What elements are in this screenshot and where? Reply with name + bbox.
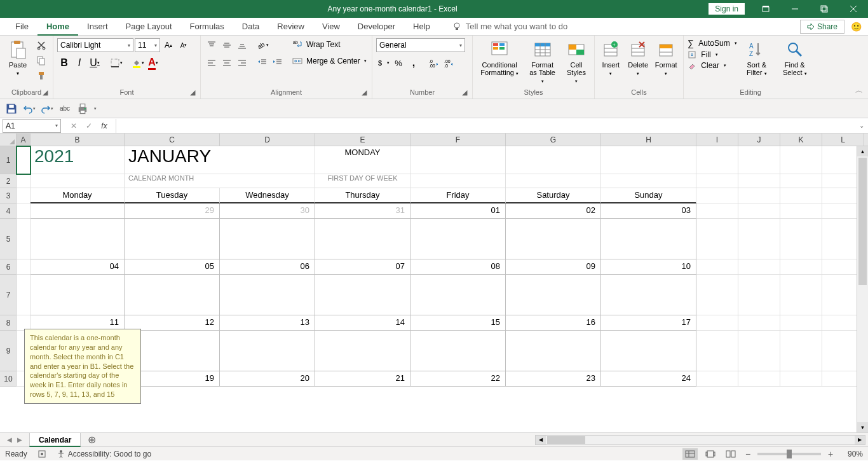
cell[interactable] [315,331,410,371]
col-header-J[interactable]: J [738,134,780,146]
ribbon-display-options-button[interactable] [751,0,780,18]
merge-center-button[interactable]: Merge & Center ▾ [291,55,368,67]
hscroll-left-button[interactable]: ◀ [536,436,546,444]
clipboard-dialog-launcher[interactable]: ◢ [41,88,49,96]
cell[interactable]: 03 [601,203,696,219]
insert-function-button[interactable]: fx [98,120,111,132]
accessibility-status[interactable]: Accessibility: Good to go [57,450,151,458]
name-box[interactable]: A1▾ [3,119,61,133]
cell[interactable] [780,174,822,188]
align-left-button[interactable] [205,56,219,70]
col-header-G[interactable]: G [506,134,601,146]
tab-file[interactable]: File [6,18,37,36]
row-header-7[interactable]: 7 [0,275,17,315]
increase-indent-button[interactable] [271,56,285,70]
align-bottom-button[interactable] [235,38,249,52]
insert-cells-button[interactable]: + Insert▾ [599,38,623,78]
cell[interactable] [738,188,780,203]
cell-grid[interactable]: 2021JANUARYMONDAYCALENDAR MONTHFIRST DAY… [17,146,864,387]
cell[interactable] [780,203,822,219]
formula-bar[interactable] [116,119,855,133]
tab-scroll-left-button[interactable]: ◀ [5,436,14,444]
cell[interactable]: 07 [315,259,410,275]
tab-pagelayout[interactable]: Page Layout [117,18,181,36]
cell[interactable]: 15 [410,315,506,331]
hscroll-thumb[interactable] [547,436,585,444]
zoom-level[interactable]: 90% [840,450,863,458]
col-header-K[interactable]: K [780,134,822,146]
cell[interactable]: 06 [220,259,315,275]
col-header-L[interactable]: L [822,134,864,146]
cell[interactable]: 2021 [31,146,125,174]
quickprint-button[interactable] [76,102,89,115]
cell[interactable]: 10 [601,259,696,275]
cell[interactable]: 04 [31,259,125,275]
row-header-6[interactable]: 6 [0,259,17,275]
cell[interactable]: 16 [506,315,601,331]
cell[interactable] [17,203,31,219]
cell[interactable] [31,203,125,219]
decrease-indent-button[interactable] [255,56,269,70]
autosum-button[interactable]: ∑ AutoSum ▾ [688,38,737,48]
scroll-down-button[interactable]: ▼ [857,422,868,432]
cell[interactable]: 22 [410,371,506,387]
cell[interactable] [220,275,315,315]
cell[interactable]: Tuesday [125,188,220,203]
cell[interactable] [410,219,506,259]
cell[interactable] [410,275,506,315]
cell[interactable] [601,331,696,371]
font-dialog-launcher[interactable]: ◢ [189,88,196,96]
row-header-2[interactable]: 2 [0,174,17,188]
cell[interactable]: 23 [506,371,601,387]
align-right-button[interactable] [235,56,249,70]
cell[interactable] [17,275,31,315]
orientation-button[interactable]: ab▾ [255,38,269,52]
cell[interactable] [601,275,696,315]
cell[interactable] [410,331,506,371]
cell[interactable] [220,331,315,371]
share-button[interactable]: Share [800,20,844,34]
cell[interactable] [410,174,506,188]
cell[interactable] [738,315,780,331]
macro-record-icon[interactable] [37,450,46,458]
cell[interactable] [780,146,822,174]
cell[interactable]: 24 [601,371,696,387]
cell[interactable] [17,174,31,188]
cell[interactable] [220,219,315,259]
cell[interactable] [506,174,601,188]
sort-filter-button[interactable]: AZ Sort & Filter ▾ [740,38,773,78]
cell[interactable]: 13 [220,315,315,331]
row-header-8[interactable]: 8 [0,315,17,331]
cell[interactable]: Thursday [315,188,410,203]
col-header-I[interactable]: I [696,134,738,146]
cell[interactable] [506,275,601,315]
format-painter-button[interactable] [34,69,48,83]
cell[interactable] [506,331,601,371]
zoom-thumb[interactable] [787,450,792,458]
cell[interactable]: Sunday [601,188,696,203]
expand-formula-bar-button[interactable]: ⌄ [855,122,868,129]
row-header-4[interactable]: 4 [0,203,17,219]
cut-button[interactable] [34,38,48,52]
cell[interactable] [738,275,780,315]
align-top-button[interactable] [205,38,219,52]
cell[interactable] [696,188,738,203]
col-header-H[interactable]: H [601,134,696,146]
accounting-format-button[interactable]: $▾ [376,56,390,70]
conditional-formatting-button[interactable]: Conditional Formatting ▾ [477,38,522,78]
cell[interactable] [410,146,506,174]
decrease-font-button[interactable]: A▾ [177,38,191,52]
cell[interactable] [696,174,738,188]
format-as-table-button[interactable]: Format as Table ▾ [525,38,560,85]
spellcheck-button[interactable]: abc [58,102,71,115]
cell[interactable] [696,146,738,174]
redo-button[interactable]: ▾ [41,102,53,115]
cell[interactable] [601,174,696,188]
fill-button[interactable]: Fill ▾ [688,50,737,59]
col-header-F[interactable]: F [410,134,506,146]
cell[interactable]: 21 [315,371,410,387]
align-middle-button[interactable] [220,38,234,52]
cell[interactable]: 31 [315,203,410,219]
paste-button[interactable]: Paste▾ [4,38,32,78]
tab-view[interactable]: View [313,18,349,36]
